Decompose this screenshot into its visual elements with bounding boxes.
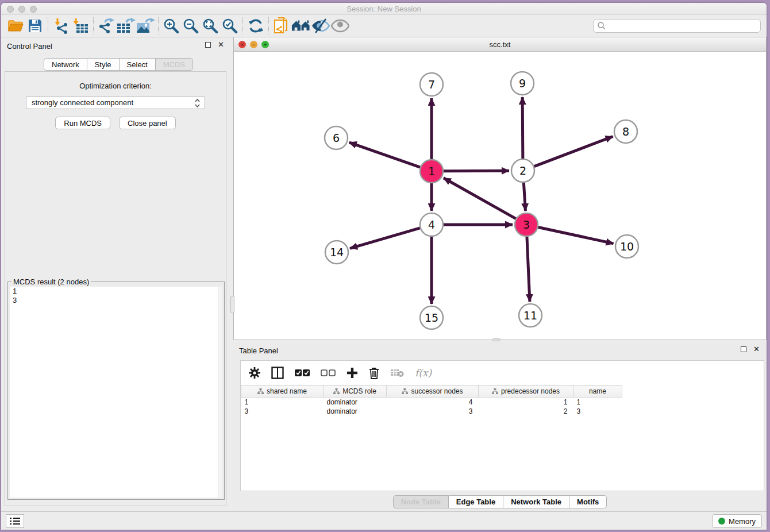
export-table-icon[interactable] [116,17,136,35]
run-mcds-button[interactable]: Run MCDS [55,117,110,129]
cell[interactable]: 3 [241,407,324,416]
cell[interactable]: 1 [573,398,622,407]
column-header-shared-name[interactable]: shared name [241,385,324,398]
save-session-icon[interactable] [25,17,45,35]
network-canvas[interactable]: 7968124314101511 [234,52,766,340]
deselect-all-checkboxes-icon[interactable] [321,369,336,377]
cell[interactable]: 4 [387,398,479,407]
show-all-icon[interactable] [330,17,350,35]
edge-1-2[interactable] [444,171,509,171]
node-label-8: 8 [622,125,629,138]
edge-4-14[interactable] [350,228,420,248]
edge-3-11[interactable] [527,237,530,302]
table-panel-title: Table Panel [239,346,278,355]
zoom-fit-icon[interactable] [201,17,220,35]
column-header-name[interactable]: name [573,385,622,398]
optimization-criterion-label: Optimization criterion: [5,82,226,90]
export-image-icon[interactable] [136,17,155,35]
select-stepper-icon [194,98,201,110]
result-scrollbar[interactable] [218,287,222,498]
cell[interactable]: dominator [324,398,387,407]
node-label-1: 1 [428,165,435,178]
node-table-body: f(x) shared nameMCDS rolesuccessor nodes… [240,360,764,491]
tab-edge-table[interactable]: Edge Table [449,495,503,508]
edge-1-6[interactable] [349,142,421,167]
import-network-icon[interactable] [51,17,71,35]
tab-network-table[interactable]: Network Table [503,495,569,508]
cell[interactable]: 1 [479,398,573,407]
tab-motifs[interactable]: Motifs [569,495,607,508]
add-row-icon[interactable] [346,367,358,379]
tab-select[interactable]: Select [120,58,156,71]
import-table-icon[interactable] [71,17,90,35]
mcds-result-list[interactable]: 13 [10,287,222,498]
edge-2-9[interactable] [522,97,523,159]
cell[interactable]: 1 [241,398,324,407]
mcds-result-fieldset: MCDS result (2 nodes) 13 [7,282,225,500]
status-bar: Memory [1,511,767,530]
node-label-6: 6 [333,132,340,144]
edge-2-8[interactable] [534,137,613,167]
close-panel-button[interactable]: Close panel [119,117,176,129]
criterion-value: strongly connected component [32,98,133,107]
column-header-successor-nodes[interactable]: successor nodes [387,385,479,398]
search-field[interactable] [593,19,761,33]
first-neighbors-icon[interactable] [291,17,311,35]
cell[interactable]: dominator [324,407,387,416]
tab-node-table[interactable]: Node Table [393,495,449,508]
table-toolbar: f(x) [241,361,764,385]
close-panel-icon[interactable]: ✕ [218,42,224,48]
node-label-3: 3 [523,218,530,231]
node-table[interactable]: shared nameMCDS rolesuccessor nodesprede… [241,385,622,416]
hide-selected-icon[interactable] [311,17,330,35]
column-header-predecessor-nodes[interactable]: predecessor nodes [479,385,573,398]
zoom-out-icon[interactable] [181,17,201,35]
horizontal-splitter-handle[interactable] [492,338,500,341]
memory-button[interactable]: Memory [712,514,762,528]
export-network-icon[interactable] [97,17,116,35]
cell[interactable]: 2 [479,407,573,416]
node-label-4: 4 [428,218,435,231]
close-table-panel-icon[interactable]: ✕ [753,346,760,352]
node-label-11: 11 [523,309,537,322]
edge-3-1[interactable] [444,178,516,219]
function-builder-icon: f(x) [415,367,432,379]
node-label-14: 14 [330,246,344,259]
network-graph[interactable]: 7968124314101511 [234,52,766,340]
zoom-in-icon[interactable] [161,17,181,35]
criterion-select[interactable]: strongly connected component [26,96,205,109]
list-icon [10,517,20,525]
column-header-MCDS-role[interactable]: MCDS role [324,385,387,398]
network-window-titlebar[interactable]: ✕ − + scc.txt [234,37,766,52]
tab-network[interactable]: Network [44,58,87,71]
new-network-from-selection-icon[interactable] [272,17,291,35]
edge-3-10[interactable] [538,227,614,243]
zoom-selected-icon[interactable] [220,17,240,35]
search-input[interactable] [606,22,757,30]
delete-rows-icon[interactable] [369,367,379,379]
float-table-panel-icon[interactable] [741,346,746,352]
cell[interactable]: 3 [573,407,622,416]
vertical-splitter-handle[interactable] [230,296,234,313]
node-label-15: 15 [425,311,438,324]
table-panel-tabs: Node TableEdge TableNetwork TableMotifs [233,495,767,508]
titlebar: Session: New Session [1,3,767,15]
open-file-icon[interactable] [6,17,25,35]
table-panel: Table Panel ✕ [233,342,767,511]
show-column-panel-icon[interactable] [271,367,284,379]
mcds-result-legend: MCDS result (2 nodes) [11,277,91,286]
float-panel-icon[interactable] [205,42,211,48]
tab-style[interactable]: Style [87,58,120,71]
window-title: Session: New Session [1,5,767,13]
table-row[interactable]: 3dominator323 [241,407,622,416]
select-all-checkboxes-icon[interactable] [295,369,310,377]
cell[interactable]: 3 [387,407,479,416]
node-label-7: 7 [428,78,435,91]
table-row[interactable]: 1dominator411 [241,398,622,407]
task-history-button[interactable] [6,514,24,528]
memory-status-icon [718,518,725,525]
settings-gear-icon[interactable] [249,367,260,379]
tab-mcds[interactable]: MCDS [156,58,193,71]
refresh-icon[interactable] [246,17,265,35]
edge-2-3[interactable] [523,183,525,211]
